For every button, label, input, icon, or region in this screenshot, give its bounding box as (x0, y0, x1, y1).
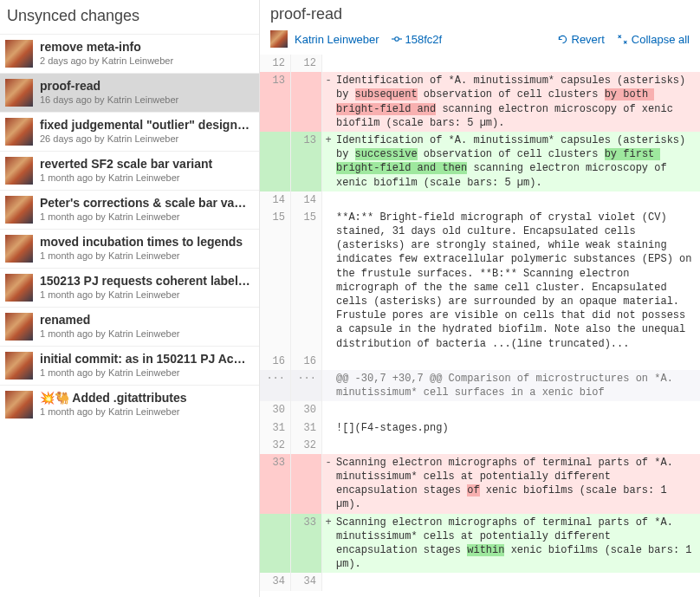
commit-title: 150213 PJ requests coherent label siz… (40, 274, 250, 288)
line-number-new: 14 (291, 191, 322, 209)
commit-text: 💥🐫 Added .gitattributes1 month ago by Ka… (40, 391, 250, 417)
commit-title: proof-read (40, 79, 250, 93)
commit-item[interactable]: remove meta-info2 days ago by Katrin Lei… (0, 34, 259, 73)
diff-row-hunk: ······@@ -30,7 +30,7 @@ Comparison of mi… (260, 370, 700, 401)
line-number-old: 30 (260, 401, 291, 419)
diff-content (334, 191, 700, 209)
unsynced-changes-panel: Unsynced changes remove meta-info2 days … (0, 0, 260, 597)
avatar (5, 352, 33, 380)
diff-marker (322, 401, 334, 419)
commit-meta: 1 month ago by Katrin Leinweber (40, 367, 250, 378)
diff-marker (322, 55, 334, 72)
diff-marker (322, 191, 334, 209)
commit-item[interactable]: Peter's corrections & scale bar varian…1… (0, 190, 259, 229)
diff-content: ![](F4-stages.png) (334, 419, 700, 437)
author-name-link[interactable]: Katrin Leinweber (295, 33, 379, 46)
diff-row-add: 13+Identification of *A. minutissimum* c… (260, 132, 700, 191)
line-number-old: 15 (260, 209, 291, 353)
diff-row-del: 13-Identification of *A. minutissimum* c… (260, 72, 700, 132)
line-number-old: 12 (260, 55, 291, 72)
commit-meta: 16 days ago by Katrin Leinweber (40, 94, 250, 105)
commit-item[interactable]: moved incubation times to legends1 month… (0, 229, 259, 268)
commit-sha-text: 158fc2f (405, 33, 443, 46)
revert-icon (557, 34, 568, 45)
line-number-old: 14 (260, 191, 291, 209)
commit-item[interactable]: 💥🐫 Added .gitattributes1 month ago by Ka… (0, 385, 259, 424)
commit-item[interactable]: fixed judgemental "outlier" designati…26… (0, 112, 259, 151)
commit-item[interactable]: initial commit: as in 150211 PJ AchMi…1 … (0, 346, 259, 385)
avatar (5, 391, 33, 419)
line-number-new: 33 (291, 514, 322, 574)
line-number-old (260, 514, 291, 574)
commit-meta: 1 month ago by Katrin Leinweber (40, 211, 250, 222)
commit-title: remove meta-info (40, 40, 250, 54)
collapse-all-label: Collapse all (632, 33, 690, 46)
diff-row-ctx: 1616 (260, 353, 700, 370)
avatar (5, 40, 33, 68)
commit-sha-link[interactable]: 158fc2f (392, 33, 443, 46)
diff-body[interactable]: 121213-Identification of *A. minutissimu… (260, 55, 700, 597)
commit-meta: 1 month ago by Katrin Leinweber (40, 289, 250, 300)
commit-title: renamed (40, 313, 250, 327)
line-number-old: 16 (260, 353, 291, 370)
line-number-old: 34 (260, 573, 291, 590)
line-number-old: 32 (260, 437, 291, 454)
line-number-new: 30 (291, 401, 322, 419)
diff-row-ctx: 3232 (260, 437, 700, 454)
revert-button[interactable]: Revert (557, 33, 605, 46)
line-number-new: 12 (291, 55, 322, 72)
commit-item[interactable]: proof-read16 days ago by Katrin Leinwebe… (0, 73, 259, 112)
left-panel-header: Unsynced changes (0, 0, 259, 34)
commit-text: reverted SF2 scale bar variant1 month ag… (40, 157, 250, 183)
diff-content (334, 55, 700, 72)
line-number-old (260, 132, 291, 191)
diff-marker: - (322, 72, 334, 132)
commit-item[interactable]: 150213 PJ requests coherent label siz…1 … (0, 268, 259, 307)
diff-marker (322, 573, 334, 590)
diff-header: proof-read (260, 0, 700, 27)
commit-text: Peter's corrections & scale bar varian…1… (40, 196, 250, 222)
diff-row-ctx: 1515**A:** Bright-field micrograph of cr… (260, 209, 700, 353)
commit-meta: 1 month ago by Katrin Leinweber (40, 406, 250, 417)
diff-panel: proof-read Katrin Leinweber 158fc2f Reve… (260, 0, 700, 597)
avatar (5, 235, 33, 263)
diff-row-ctx: 1212 (260, 55, 700, 72)
line-number-new: 34 (291, 573, 322, 590)
line-number-new: 16 (291, 353, 322, 370)
commit-text: remove meta-info2 days ago by Katrin Lei… (40, 40, 250, 66)
git-commit-icon (392, 34, 402, 44)
commit-meta: 1 month ago by Katrin Leinweber (40, 172, 250, 183)
avatar (270, 30, 288, 48)
line-number-new: 32 (291, 437, 322, 454)
commit-title: moved incubation times to legends (40, 235, 250, 249)
diff-subheader: Katrin Leinweber 158fc2f Revert Collapse… (260, 27, 700, 55)
commit-text: fixed judgemental "outlier" designati…26… (40, 118, 250, 144)
line-number-old: 33 (260, 454, 291, 514)
diff-content (334, 401, 700, 419)
collapse-all-button[interactable]: Collapse all (617, 33, 690, 46)
commit-title: 💥🐫 Added .gitattributes (40, 391, 250, 405)
diff-content (334, 573, 700, 590)
revert-label: Revert (572, 33, 605, 46)
diff-row-ctx: 3434 (260, 573, 700, 590)
diff-marker (322, 209, 334, 353)
commit-item[interactable]: reverted SF2 scale bar variant1 month ag… (0, 151, 259, 190)
diff-marker: - (322, 454, 334, 514)
commit-text: proof-read16 days ago by Katrin Leinwebe… (40, 79, 250, 105)
avatar (5, 274, 33, 302)
avatar (5, 79, 33, 107)
diff-title: proof-read (270, 5, 690, 23)
word-addition: successive (355, 148, 418, 160)
commit-meta: 26 days ago by Katrin Leinweber (40, 133, 250, 144)
diff-content: Scanning electron micrographs of termina… (334, 454, 700, 514)
commit-item[interactable]: renamed1 month ago by Katrin Leinweber (0, 307, 259, 346)
diff-content: **A:** Bright-field micrograph of crysta… (334, 209, 700, 353)
line-number-new: ··· (291, 370, 322, 401)
avatar (5, 196, 33, 224)
word-addition: within (467, 544, 504, 556)
line-number-new (291, 72, 322, 132)
line-number-new: 15 (291, 209, 322, 353)
commit-meta: 2 days ago by Katrin Leinweber (40, 55, 250, 66)
line-number-new (291, 454, 322, 514)
collapse-icon (617, 34, 628, 45)
